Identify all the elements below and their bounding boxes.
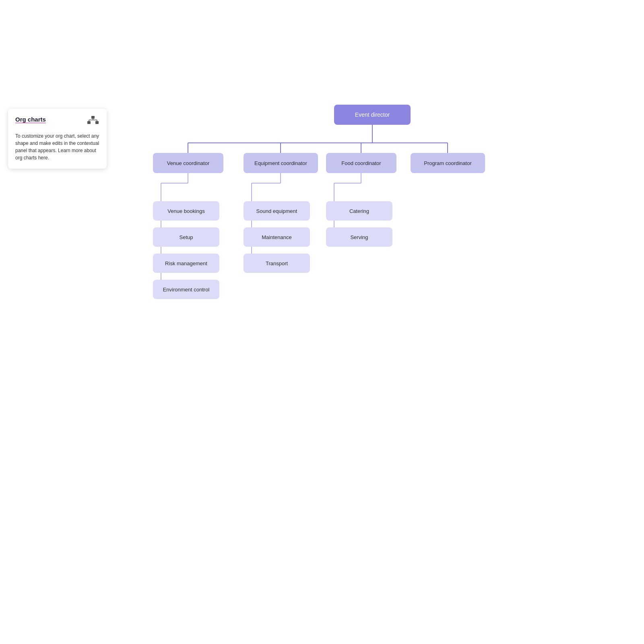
node-sound-equipment[interactable]: Sound equipment — [244, 201, 310, 221]
svg-rect-1 — [87, 121, 91, 124]
org-chart-container: Event director Venue coordinator Equipme… — [121, 97, 628, 564]
node-program-coordinator[interactable]: Program coordinator — [411, 153, 485, 173]
org-chart-icon — [87, 116, 99, 129]
node-serving[interactable]: Serving — [326, 227, 392, 247]
info-panel-title: Org charts — [15, 116, 46, 123]
node-transport[interactable]: Transport — [244, 254, 310, 273]
node-risk-management[interactable]: Risk management — [153, 254, 219, 273]
node-setup[interactable]: Setup — [153, 227, 219, 247]
node-event-director[interactable]: Event director — [334, 105, 411, 125]
node-food-coordinator[interactable]: Food coordinator — [326, 153, 396, 173]
svg-rect-2 — [95, 121, 99, 124]
node-equipment-coordinator[interactable]: Equipment coordinator — [244, 153, 318, 173]
node-catering[interactable]: Catering — [326, 201, 392, 221]
svg-rect-0 — [91, 116, 95, 119]
info-panel-header: Org charts — [15, 116, 99, 129]
info-panel: Org charts To customize your org chart, … — [8, 109, 107, 169]
info-panel-description: To customize your org chart, select any … — [15, 132, 99, 161]
node-environment-control[interactable]: Environment control — [153, 280, 219, 299]
node-venue-coordinator[interactable]: Venue coordinator — [153, 153, 223, 173]
node-venue-bookings[interactable]: Venue bookings — [153, 201, 219, 221]
node-maintenance[interactable]: Maintenance — [244, 227, 310, 247]
